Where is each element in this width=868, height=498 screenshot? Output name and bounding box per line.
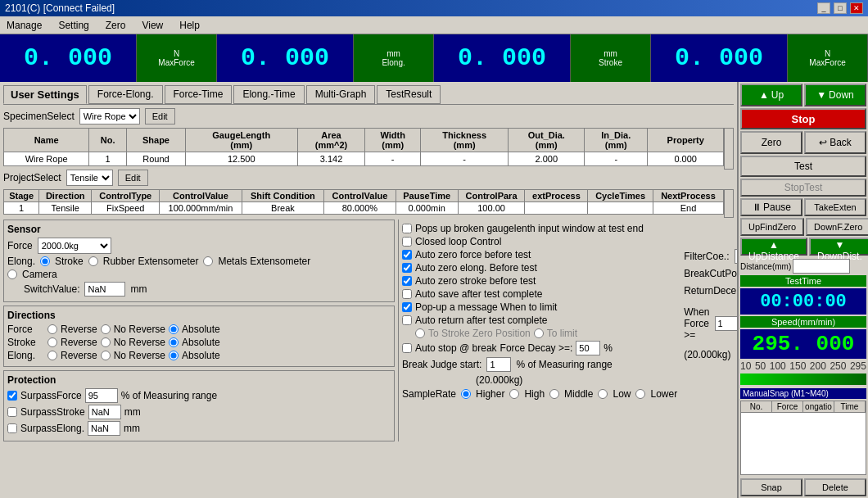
stage-scrollbar[interactable] — [724, 189, 734, 218]
menu-view[interactable]: View — [138, 18, 166, 33]
down-dist-btn[interactable]: ▼ DownDist. — [809, 238, 868, 256]
radio-camera[interactable] — [7, 269, 17, 279]
specimen-select[interactable]: Wire Rope — [79, 108, 140, 124]
menu-manage[interactable]: Manage — [3, 18, 45, 33]
cb-opt-5[interactable] — [402, 276, 412, 286]
snap-btn[interactable]: Snap — [740, 478, 802, 496]
radio-force-no-rev[interactable] — [101, 324, 111, 334]
prot-force-row: SurpassForce % of Measuring range — [7, 388, 391, 403]
radio-low[interactable] — [598, 389, 608, 399]
force-select[interactable]: 2000.0kg — [38, 238, 111, 254]
radio-stroke-rev[interactable] — [47, 337, 57, 347]
cb-opt-3[interactable] — [402, 250, 412, 260]
surpass-stroke-val[interactable] — [88, 405, 121, 419]
surpass-elong-val[interactable] — [88, 421, 120, 436]
radio-elong-no-rev[interactable] — [101, 351, 111, 360]
test-btn[interactable]: Test — [740, 156, 866, 177]
up-btn[interactable]: ▲ Up — [740, 84, 802, 106]
col-width: Width(mm) — [365, 129, 420, 152]
switch-unit: mm — [130, 283, 147, 295]
when-force-row: When Force >= % of measuring range start — [684, 301, 737, 346]
close-btn[interactable]: ✕ — [850, 2, 863, 14]
stage-col-ext-process: extProcess — [525, 190, 588, 202]
specimen-label: SpecimenSelect — [3, 111, 75, 122]
radio-force-abs[interactable] — [169, 324, 179, 334]
up-find-zero-btn[interactable]: UpFindZero — [740, 218, 804, 236]
break-judge-val[interactable] — [486, 357, 511, 372]
radio-stroke[interactable] — [40, 256, 50, 266]
sample-low: Low — [613, 388, 631, 400]
break-cut-label: BreakCutPoint: — [684, 268, 737, 279]
col-property: Property — [648, 129, 724, 152]
prot-stroke-row: SurpassStroke mm — [7, 405, 391, 419]
cb-surpass-stroke[interactable] — [7, 407, 17, 417]
cb-surpass-elong[interactable] — [7, 423, 17, 433]
radio-middle[interactable] — [549, 389, 559, 399]
radio-force-rev[interactable] — [47, 324, 57, 334]
radio-high[interactable] — [509, 389, 519, 399]
cb-opt-8[interactable] — [402, 315, 412, 325]
cb-surpass-force[interactable] — [7, 391, 17, 401]
radio-stroke-zero[interactable] — [415, 328, 425, 338]
tab-force-elong[interactable]: Force-Elong. — [88, 85, 163, 104]
stage-cell-1: 1 — [4, 202, 39, 215]
minimize-btn[interactable]: _ — [817, 2, 830, 14]
delete-btn[interactable]: Delete — [804, 478, 866, 496]
radio-stroke-abs[interactable] — [169, 337, 179, 347]
tab-bar: User Settings Force-Elong. Force-Time El… — [3, 85, 734, 105]
cb-opt-6[interactable] — [402, 289, 412, 299]
stage-col-pause: PauseTime — [396, 190, 458, 202]
stop-btn[interactable]: Stop — [740, 108, 866, 129]
break-judge-kg: (20.000kg) — [476, 374, 522, 386]
radio-metals[interactable] — [203, 256, 213, 266]
radio-higher[interactable] — [461, 389, 471, 399]
menu-bar: Manage Setting Zero View Help — [0, 16, 868, 34]
cb-auto-stop[interactable] — [402, 343, 412, 353]
return-decel-row: ReturnDecelerat: — [684, 283, 737, 298]
radio-rubber[interactable] — [88, 256, 98, 266]
back-btn[interactable]: ↩ Back — [804, 131, 866, 154]
radio-elong-abs[interactable] — [169, 351, 179, 360]
project-edit-btn[interactable]: Edit — [118, 170, 148, 186]
cell-no: 1 — [89, 152, 127, 166]
tab-elong-time[interactable]: Elong.-Time — [233, 85, 304, 104]
maximize-btn[interactable]: □ — [834, 2, 847, 14]
manual-snap-label: ManualSnap (M1~M40) — [740, 388, 866, 399]
opt-cb-2: Closed loop Control — [402, 236, 730, 247]
menu-help[interactable]: Help — [176, 18, 203, 33]
tab-test-result[interactable]: TestResult — [377, 85, 441, 104]
tab-user-settings[interactable]: User Settings — [3, 85, 87, 104]
take-ext-btn[interactable]: TakeExten — [804, 198, 866, 216]
menu-setting[interactable]: Setting — [55, 18, 92, 33]
surpass-force-val[interactable] — [85, 388, 118, 403]
cb-opt-2[interactable] — [402, 237, 412, 247]
radio-lower[interactable] — [635, 389, 645, 399]
up-distance-btn[interactable]: ▲ UpDistance — [740, 238, 807, 256]
stoptest-btn[interactable]: StopTest — [740, 179, 866, 197]
down-f-zero-btn[interactable]: DownF.Zero — [806, 218, 868, 236]
cb-opt-7[interactable] — [402, 302, 412, 312]
specimen-scrollbar[interactable] — [724, 128, 734, 170]
down-btn[interactable]: ▼ Down — [804, 84, 866, 106]
radio-elong-rev[interactable] — [47, 351, 57, 360]
cb-opt-1[interactable] — [402, 224, 412, 233]
up-down-row: ▲ Up ▼ Down — [740, 84, 866, 106]
force-decay-val[interactable] — [576, 341, 600, 355]
when-force-val[interactable] — [715, 316, 737, 331]
tab-multi-graph[interactable]: Multi-Graph — [306, 85, 376, 104]
force-decay-label: Force Decay >=: — [500, 342, 573, 354]
window-controls[interactable]: _ □ ✕ — [817, 2, 863, 14]
pause-btn[interactable]: ⏸ Pause — [740, 198, 802, 216]
specimen-edit-btn[interactable]: Edit — [145, 108, 175, 124]
tab-force-time[interactable]: Force-Time — [165, 85, 233, 104]
stroke-unit: mm — [604, 49, 617, 58]
menu-zero[interactable]: Zero — [102, 18, 129, 33]
zero-btn[interactable]: Zero — [740, 131, 802, 154]
dist-input[interactable] — [793, 259, 850, 274]
cb-opt-4[interactable] — [402, 263, 412, 273]
radio-to-limit[interactable] — [534, 328, 544, 338]
project-select[interactable]: Tensile — [66, 170, 113, 186]
cell-area: 3.142 — [297, 152, 365, 166]
switch-value[interactable] — [84, 282, 125, 297]
radio-stroke-no-rev[interactable] — [101, 337, 111, 347]
